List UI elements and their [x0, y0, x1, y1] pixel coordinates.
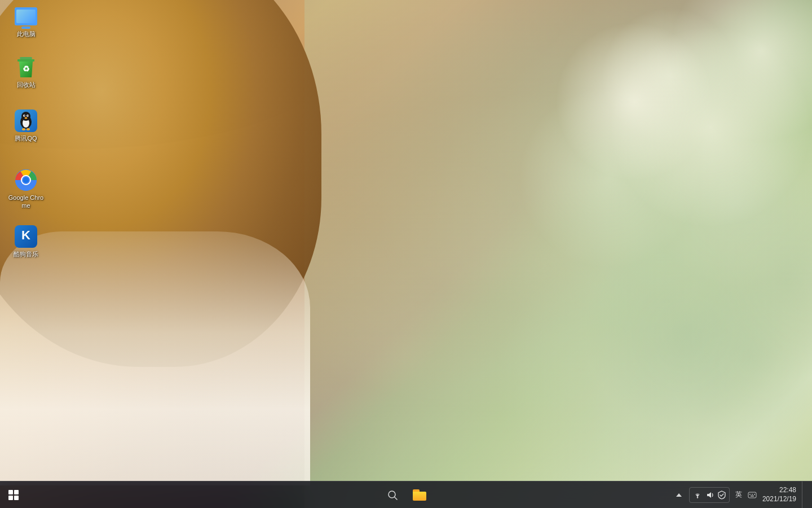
qq-label: 腾讯QQ — [15, 134, 37, 142]
svg-text:♻: ♻ — [23, 64, 30, 73]
svg-point-9 — [24, 115, 25, 116]
desktop-icon-kuwomusic[interactable]: K 酷狗音乐 — [6, 223, 46, 260]
taskbar-center-items — [380, 483, 432, 507]
svg-rect-1 — [17, 59, 34, 62]
recyclebin-icon: ♻ — [15, 56, 37, 78]
kuwomusic-icon: K — [15, 225, 37, 248]
taskbar-right: 英 22:48 2021/12/19 — [672, 481, 812, 509]
svg-point-6 — [21, 112, 30, 121]
svg-rect-0 — [20, 57, 32, 59]
kuwomusic-label: 酷狗音乐 — [14, 250, 38, 258]
security-tray-icon[interactable] — [718, 491, 726, 500]
qq-icon — [15, 110, 37, 132]
wallpaper-background — [0, 0, 812, 508]
svg-rect-23 — [748, 492, 756, 498]
svg-point-17 — [23, 177, 29, 183]
chrome-label: Google Chrome — [8, 194, 44, 210]
start-button[interactable] — [0, 481, 27, 509]
taskbar-left — [0, 481, 672, 509]
language-indicator[interactable]: 英 — [733, 490, 744, 500]
svg-text:K: K — [21, 228, 30, 242]
clock-time: 22:48 — [779, 486, 796, 495]
svg-rect-27 — [751, 496, 754, 497]
svg-point-22 — [697, 497, 698, 498]
svg-point-11 — [25, 117, 28, 119]
volume-tray-icon[interactable] — [705, 491, 714, 499]
desktop-icon-recyclebin[interactable]: ♻ 回收站 — [6, 54, 46, 91]
svg-rect-26 — [754, 494, 755, 495]
desktop-icon-qq[interactable]: 腾讯QQ — [6, 107, 46, 144]
taskbar: 英 22:48 2021/12/19 — [0, 481, 812, 508]
computer-icon — [15, 5, 37, 28]
svg-point-20 — [389, 491, 395, 498]
person-figure — [0, 231, 310, 485]
svg-rect-24 — [749, 494, 751, 495]
svg-rect-25 — [752, 494, 753, 495]
show-desktop-button[interactable] — [802, 481, 805, 509]
chrome-icon — [15, 169, 37, 191]
desktop-icon-mycomputer[interactable]: 此电脑 — [6, 3, 46, 40]
svg-point-12 — [22, 128, 25, 130]
taskbar-search-button[interactable] — [380, 483, 405, 507]
tray-icons-group — [689, 487, 730, 503]
network-tray-icon[interactable] — [693, 491, 702, 499]
desktop-icon-chrome[interactable]: Google Chrome — [6, 167, 46, 212]
clock-area[interactable]: 22:48 2021/12/19 — [760, 486, 798, 503]
svg-point-10 — [28, 115, 29, 116]
svg-point-13 — [27, 128, 30, 130]
input-method-tray-icon[interactable] — [748, 491, 757, 500]
recyclebin-label: 回收站 — [17, 81, 36, 89]
bokeh-background — [304, 0, 812, 508]
windows-logo-icon — [8, 490, 19, 500]
tray-chevron-button[interactable] — [672, 486, 686, 504]
taskbar-fileexplorer-button[interactable] — [407, 483, 432, 507]
system-tray: 英 22:48 2021/12/19 — [672, 481, 805, 509]
mycomputer-label: 此电脑 — [17, 30, 36, 38]
svg-line-21 — [395, 497, 397, 500]
folder-icon — [413, 489, 426, 501]
clock-date: 2021/12/19 — [762, 495, 796, 504]
